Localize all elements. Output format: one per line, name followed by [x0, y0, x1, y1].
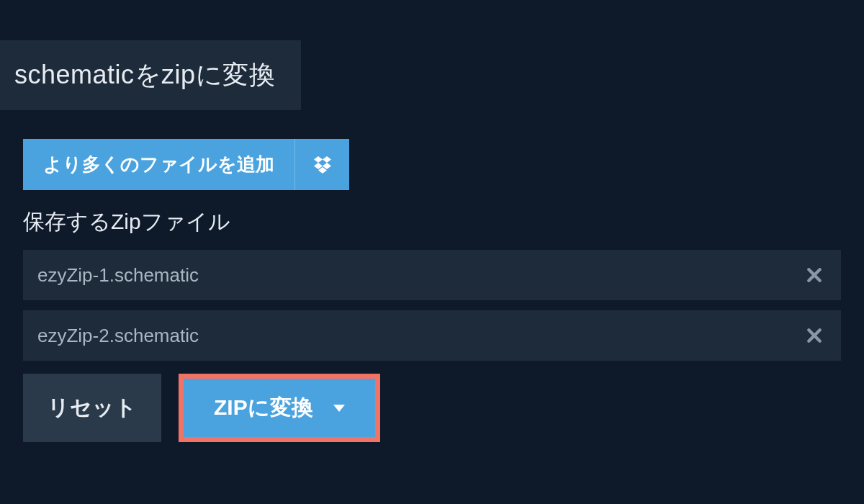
dropbox-button[interactable] — [294, 139, 349, 190]
title-bar: schematicをzipに変換 — [0, 40, 301, 110]
top-spacer — [0, 0, 864, 40]
remove-file-button[interactable] — [802, 263, 827, 287]
dropbox-icon — [312, 154, 333, 176]
svg-marker-1 — [323, 156, 331, 163]
remove-file-button[interactable] — [802, 323, 827, 348]
add-more-files-button[interactable]: より多くのファイルを追加 — [23, 139, 294, 190]
file-row: ezyZip-1.schematic — [23, 250, 841, 300]
file-name: ezyZip-1.schematic — [37, 264, 199, 287]
close-icon — [806, 267, 822, 283]
close-icon — [806, 328, 822, 343]
file-row: ezyZip-2.schematic — [23, 310, 841, 361]
convert-button-highlight: ZIPに変換 — [179, 374, 380, 442]
chevron-down-icon — [333, 405, 345, 412]
reset-button[interactable]: リセット — [23, 374, 161, 442]
reset-button-label: リセット — [48, 393, 137, 423]
add-more-files-label: より多くのファイルを追加 — [43, 152, 274, 177]
page-title: schematicをzipに変換 — [14, 58, 275, 93]
convert-to-zip-button[interactable]: ZIPに変換 — [184, 379, 375, 437]
file-name: ezyZip-2.schematic — [37, 325, 199, 347]
action-row: リセット ZIPに変換 — [23, 374, 841, 442]
svg-marker-0 — [314, 156, 323, 163]
convert-button-label: ZIPに変換 — [214, 393, 313, 423]
content-area: より多くのファイルを追加 保存するZipファイル ezyZip-1.schema… — [0, 110, 864, 442]
file-list: ezyZip-1.schematic ezyZip-2.schematic — [23, 250, 841, 361]
add-more-row: より多くのファイルを追加 — [23, 139, 841, 190]
zip-file-section-label: 保存するZipファイル — [23, 207, 841, 237]
